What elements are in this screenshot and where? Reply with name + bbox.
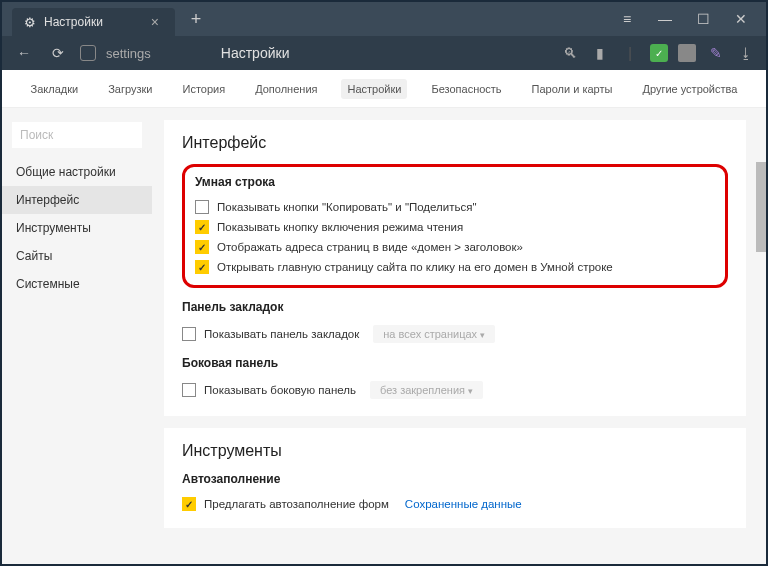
bookmarks-panel-dropdown[interactable]: на всех страницах bbox=[373, 325, 494, 343]
checkbox[interactable] bbox=[195, 200, 209, 214]
option-label: Предлагать автозаполнение форм bbox=[204, 498, 389, 510]
option-reader-mode[interactable]: Показывать кнопку включения режима чтени… bbox=[195, 217, 715, 237]
navbar: ← ⟳ settings Настройки 🔍︎ ▮ | ✓ ✎ ⭳ bbox=[2, 36, 766, 70]
option-label: Открывать главную страницу сайта по клик… bbox=[217, 261, 613, 273]
sidebar-item-system[interactable]: Системные bbox=[2, 270, 152, 298]
tab-downloads[interactable]: Загрузки bbox=[102, 79, 158, 99]
option-label: Показывать кнопки "Копировать" и "Подели… bbox=[217, 201, 477, 213]
feather-icon[interactable]: ✎ bbox=[706, 43, 726, 63]
address-bar[interactable]: settings Настройки bbox=[80, 45, 550, 61]
checkbox[interactable] bbox=[182, 327, 196, 341]
sidebar-item-sites[interactable]: Сайты bbox=[2, 242, 152, 270]
close-tab-icon[interactable]: × bbox=[151, 14, 163, 30]
page-title: Настройки bbox=[221, 45, 290, 61]
minimize-button[interactable]: — bbox=[650, 5, 680, 33]
window-controls: ≡ — ☐ ✕ bbox=[612, 5, 766, 33]
titlebar: ⚙ Настройки × + ≡ — ☐ ✕ bbox=[2, 2, 766, 36]
option-address-format[interactable]: Отображать адреса страниц в виде «домен … bbox=[195, 237, 715, 257]
tab-history[interactable]: История bbox=[177, 79, 232, 99]
maximize-button[interactable]: ☐ bbox=[688, 5, 718, 33]
group-title-smartline: Умная строка bbox=[195, 175, 715, 189]
search-icon[interactable]: 🔍︎ bbox=[560, 43, 580, 63]
protect-icon[interactable]: ✓ bbox=[650, 44, 668, 62]
checkbox[interactable] bbox=[195, 220, 209, 234]
group-title-autofill: Автозаполнение bbox=[182, 472, 728, 486]
section-interface: Интерфейс Умная строка Показывать кнопки… bbox=[164, 120, 746, 416]
tab-passwords[interactable]: Пароли и карты bbox=[526, 79, 619, 99]
smartline-group-highlight: Умная строка Показывать кнопки "Копирова… bbox=[182, 164, 728, 288]
group-title-bookmarks-panel: Панель закладок bbox=[182, 300, 728, 314]
tab-addons[interactable]: Дополнения bbox=[249, 79, 323, 99]
reload-button[interactable]: ⟳ bbox=[46, 45, 70, 61]
url-text: settings bbox=[106, 46, 151, 61]
menu-icon[interactable]: ≡ bbox=[612, 5, 642, 33]
section-title: Интерфейс bbox=[182, 134, 728, 152]
avatar-icon[interactable] bbox=[678, 44, 696, 62]
close-window-button[interactable]: ✕ bbox=[726, 5, 756, 33]
option-label: Показывать панель закладок bbox=[204, 328, 359, 340]
checkbox[interactable] bbox=[195, 240, 209, 254]
option-open-homepage[interactable]: Открывать главную страницу сайта по клик… bbox=[195, 257, 715, 277]
gear-icon: ⚙ bbox=[24, 15, 36, 30]
checkbox[interactable] bbox=[182, 383, 196, 397]
option-label: Отображать адреса страниц в виде «домен … bbox=[217, 241, 523, 253]
group-title-side-panel: Боковая панель bbox=[182, 356, 728, 370]
download-icon[interactable]: ⭳ bbox=[736, 43, 756, 63]
option-label: Показывать боковую панель bbox=[204, 384, 356, 396]
separator: | bbox=[620, 43, 640, 63]
option-copy-share[interactable]: Показывать кнопки "Копировать" и "Подели… bbox=[195, 197, 715, 217]
option-show-side-panel[interactable]: Показывать боковую панель без закреплени… bbox=[182, 378, 728, 402]
main-panel: Интерфейс Умная строка Показывать кнопки… bbox=[152, 108, 766, 564]
option-autofill-forms[interactable]: Предлагать автозаполнение форм Сохраненн… bbox=[182, 494, 728, 514]
section-title: Инструменты bbox=[182, 442, 728, 460]
sidebar-item-interface[interactable]: Интерфейс bbox=[2, 186, 152, 214]
option-show-bookmarks-panel[interactable]: Показывать панель закладок на всех стран… bbox=[182, 322, 728, 346]
scrollbar-thumb[interactable] bbox=[756, 162, 766, 252]
checkbox[interactable] bbox=[182, 497, 196, 511]
option-label: Показывать кнопку включения режима чтени… bbox=[217, 221, 463, 233]
side-panel-dropdown[interactable]: без закрепления bbox=[370, 381, 483, 399]
sidebar-item-general[interactable]: Общие настройки bbox=[2, 158, 152, 186]
search-input[interactable]: Поиск bbox=[12, 122, 142, 148]
tab-settings[interactable]: Настройки bbox=[341, 79, 407, 99]
saved-data-link[interactable]: Сохраненные данные bbox=[405, 498, 522, 510]
tab-title: Настройки bbox=[44, 15, 103, 29]
browser-tab[interactable]: ⚙ Настройки × bbox=[12, 8, 175, 36]
sidebar-item-tools[interactable]: Инструменты bbox=[2, 214, 152, 242]
tab-devices[interactable]: Другие устройства bbox=[636, 79, 743, 99]
checkbox[interactable] bbox=[195, 260, 209, 274]
content-area: Поиск Общие настройки Интерфейс Инструме… bbox=[2, 108, 766, 564]
section-tools: Инструменты Автозаполнение Предлагать ав… bbox=[164, 428, 746, 528]
settings-tabs: Закладки Загрузки История Дополнения Нас… bbox=[2, 70, 766, 108]
back-button[interactable]: ← bbox=[12, 45, 36, 61]
tab-bookmarks[interactable]: Закладки bbox=[25, 79, 85, 99]
site-icon bbox=[80, 45, 96, 61]
settings-sidebar: Поиск Общие настройки Интерфейс Инструме… bbox=[2, 108, 152, 564]
new-tab-button[interactable]: + bbox=[191, 9, 202, 30]
bookmark-icon[interactable]: ▮ bbox=[590, 43, 610, 63]
tab-security[interactable]: Безопасность bbox=[425, 79, 507, 99]
